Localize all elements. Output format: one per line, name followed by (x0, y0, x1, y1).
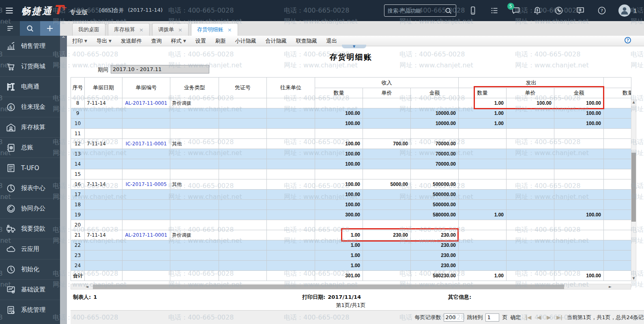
avatar[interactable] (618, 4, 631, 17)
sidebar-item-office[interactable]: 协同办公 (0, 198, 60, 218)
table-cell (604, 139, 631, 149)
table-cell (85, 129, 122, 139)
sidebar-item-cash[interactable]: $往来现金 (0, 97, 60, 117)
toolbar-item-打印[interactable]: 打印▼ (72, 37, 87, 45)
toolbar-item-查询[interactable]: 查询 (151, 37, 162, 45)
table-cell: 异价调拨 (170, 230, 219, 240)
sidebar-item-init[interactable]: 初始化 (0, 259, 60, 279)
table-cell (411, 220, 459, 230)
next-page-icon[interactable]: ▶ (547, 314, 551, 320)
tab-close-icon[interactable]: × (178, 27, 182, 33)
watermark-text: 电话：400-665-0028网址：www.chanjet.net (515, 49, 616, 71)
tab-存货明细账[interactable]: 存货明细账× (191, 23, 238, 36)
horizontal-scrollbar-thumb[interactable] (93, 285, 564, 289)
doc-link[interactable]: AL-2017-11-0001 (125, 232, 167, 238)
table-cell (170, 271, 219, 281)
goto-confirm-button[interactable]: 确定 (510, 314, 521, 321)
user-area[interactable]: 1 (618, 4, 637, 17)
table-cell (363, 98, 411, 108)
col-header-balance-qty: 数量 (604, 88, 631, 98)
doc-link[interactable]: AL-2017-11-0001 (125, 100, 167, 106)
tab-我的桌面[interactable]: 我的桌面 (72, 23, 105, 36)
search-icon[interactable] (444, 6, 453, 15)
tab-库存核算[interactable]: 库存核算× (108, 23, 150, 36)
table-cell (554, 220, 604, 230)
sidebar-item-inventory[interactable]: 库存核算 (0, 117, 60, 137)
table-cell (507, 261, 554, 271)
sidebar-item-ledger[interactable]: 总账 (0, 137, 60, 158)
main-menu-icon[interactable] (0, 6, 19, 15)
hotline-icon[interactable] (554, 6, 564, 15)
account-info: [005]合并 (2017-11-14) (99, 7, 163, 14)
sidebar-collapse-icon[interactable] (0, 21, 20, 36)
scroll-right-icon[interactable]: ► (609, 284, 612, 289)
sidebar-item-sales[interactable]: 销售管理 (0, 36, 60, 56)
toolbar-item-发送邮件[interactable]: 发送邮件 (121, 37, 142, 45)
tab-close-icon[interactable]: × (139, 27, 144, 33)
sidebar-item-settings[interactable]: 基础设置 (0, 279, 60, 300)
horizontal-scrollbar[interactable]: ◄ ► (71, 284, 631, 289)
account-label: [005]合并 (99, 7, 124, 14)
scroll-left-icon[interactable]: ◄ (86, 284, 88, 289)
sidebar-item-reports[interactable]: 报表中心 (0, 178, 60, 198)
vertical-scrollbar-thumb[interactable] (631, 153, 636, 222)
toolbar-item-合计隐藏[interactable]: 合计隐藏 (266, 37, 287, 45)
toolbar-item-退出[interactable]: 退出 (326, 37, 337, 45)
messages-icon[interactable]: 5 (511, 6, 521, 15)
toolbar-item-设置[interactable]: 设置 (195, 37, 206, 45)
sidebar-add-icon[interactable] (40, 21, 60, 36)
toolbar-help-icon[interactable]: ? (625, 37, 631, 43)
goto-page-input[interactable] (485, 313, 499, 322)
sidebar-item-tufo[interactable]: T-UFO (0, 158, 60, 178)
doc-link[interactable]: IC-2017-11-0005 (126, 181, 167, 187)
sidebar-scrollbar[interactable]: ^ (60, 36, 67, 324)
table-cell (554, 261, 604, 271)
toolbar-item-导出[interactable]: 导出▼ (97, 37, 112, 45)
sidebar-item-loan[interactable]: 我要贷款 (0, 218, 60, 239)
per-page-input[interactable] (444, 313, 464, 322)
doc-cell: AL-2017-11-0001 (122, 230, 170, 240)
toolbar-item-样式[interactable]: 样式▼ (171, 37, 186, 45)
first-page-icon[interactable]: |◀ (525, 314, 531, 320)
table-cell: 1.00 (459, 108, 507, 119)
table-cell (363, 190, 411, 200)
mobile-icon[interactable] (468, 6, 478, 15)
sidebar-item-mall[interactable]: 订货商城 (0, 56, 60, 76)
scroll-down-icon[interactable]: ▼ (631, 276, 636, 280)
tab-close-icon[interactable]: × (228, 27, 232, 33)
vertical-scrollbar[interactable]: ▲ ▼ (631, 99, 636, 281)
table-cell (170, 119, 219, 129)
prev-page-icon[interactable]: ◀ (537, 314, 541, 320)
global-search[interactable] (384, 4, 456, 17)
table-cell (507, 230, 554, 240)
tab-调拨单[interactable]: 调拨单× (152, 23, 189, 36)
table-cell: 15 (71, 169, 85, 179)
sidebar-item-cloud[interactable]: 云应用 (0, 239, 60, 259)
table-cell: 1.00 (315, 240, 363, 251)
sidebar-item-ecommerce[interactable]: 电商通 (0, 76, 60, 97)
notifications-icon[interactable] (532, 6, 542, 15)
period-input[interactable] (111, 65, 209, 73)
toolbar-item-联查隐藏[interactable]: 联查隐藏 (296, 37, 317, 45)
sidebar-item-system[interactable]: 系统管理 (0, 300, 60, 320)
table-cell (219, 119, 267, 129)
help-icon[interactable]: ? (597, 6, 607, 15)
table-cell: 580000.00 (411, 210, 459, 220)
table-cell (604, 220, 631, 230)
table-cell (363, 261, 411, 271)
table-cell (363, 220, 411, 230)
toolbar-item-刷新[interactable]: 刷新 (215, 37, 226, 45)
table-cell: 23 (71, 251, 85, 261)
scroll-up-icon[interactable]: ▲ (631, 100, 636, 104)
sidebar-search-icon[interactable] (20, 21, 40, 36)
feedback-icon[interactable] (575, 6, 585, 15)
table-cell: 100.00 (554, 210, 604, 220)
tasks-icon[interactable] (489, 6, 499, 15)
sidebar-scrollbar-thumb[interactable]: ^ (60, 36, 67, 57)
table-cell: 7-11-14 (85, 139, 122, 149)
last-page-icon[interactable]: ▶| (556, 314, 562, 320)
toolbar-item-小计隐藏[interactable]: 小计隐藏 (235, 37, 256, 45)
doc-link[interactable]: IC-2017-11-0001 (126, 141, 167, 147)
panel-collapse-handle[interactable]: ▼ (342, 45, 366, 48)
search-input[interactable] (388, 8, 444, 14)
